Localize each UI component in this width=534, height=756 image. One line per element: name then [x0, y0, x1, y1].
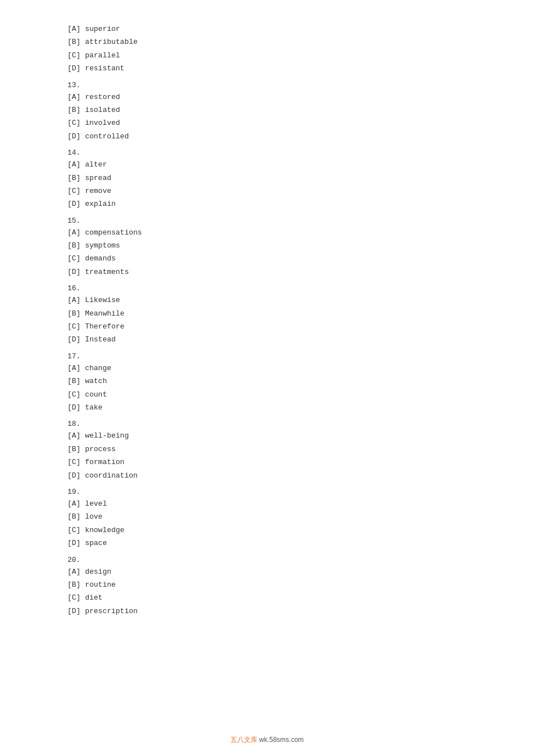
option-19-A: [A] level — [67, 497, 467, 510]
question-number-16: 16. — [67, 284, 467, 292]
option-17-C: [C] count — [67, 388, 467, 401]
option-top-A: [A] superior — [67, 22, 467, 35]
option-18-C: [C] formation — [67, 456, 467, 469]
question-number-14: 14. — [67, 148, 467, 157]
option-19-B: [B] love — [67, 510, 467, 523]
option-top-B: [B] attributable — [67, 35, 467, 48]
option-18-D: [D] coordination — [67, 469, 467, 482]
main-content: [A] superior[B] attributable[C] parallel… — [0, 0, 534, 651]
option-20-D: [D] prescription — [67, 605, 467, 618]
option-19-D: [D] space — [67, 537, 467, 550]
option-17-B: [B] watch — [67, 375, 467, 388]
option-15-B: [B] symptoms — [67, 239, 467, 252]
option-13-D: [D] controlled — [67, 130, 467, 143]
option-20-B: [B] routine — [67, 578, 467, 591]
option-20-A: [A] design — [67, 565, 467, 578]
option-13-C: [C] involved — [67, 116, 467, 129]
question-number-19: 19. — [67, 488, 467, 496]
option-13-A: [A] restored — [67, 91, 467, 104]
option-14-A: [A] alter — [67, 158, 467, 171]
option-19-C: [C] knowledge — [67, 524, 467, 537]
question-number-17: 17. — [67, 352, 467, 361]
option-15-A: [A] compensations — [67, 226, 467, 239]
option-16-D: [D] Instead — [67, 333, 467, 346]
footer-brand: 五八文库 — [230, 736, 257, 744]
option-15-D: [D] treatments — [67, 266, 467, 278]
option-15-C: [C] demands — [67, 252, 467, 265]
option-17-A: [A] change — [67, 362, 467, 375]
question-number-20: 20. — [67, 556, 467, 564]
option-13-B: [B] isolated — [67, 104, 467, 116]
footer-url: wk.58sms.com — [259, 736, 304, 744]
question-number-18: 18. — [67, 420, 467, 428]
option-17-D: [D] take — [67, 401, 467, 414]
footer: 五八文库 wk.58sms.com — [0, 735, 534, 745]
option-top-C: [C] parallel — [67, 49, 467, 62]
option-14-C: [C] remove — [67, 184, 467, 197]
option-18-B: [B] process — [67, 443, 467, 456]
option-18-A: [A] well-being — [67, 429, 467, 442]
option-14-D: [D] explain — [67, 197, 467, 210]
option-20-C: [C] diet — [67, 591, 467, 604]
question-number-13: 13. — [67, 81, 467, 89]
option-top-D: [D] resistant — [67, 62, 467, 75]
question-number-15: 15. — [67, 217, 467, 225]
option-16-B: [B] Meanwhile — [67, 307, 467, 320]
option-16-A: [A] Likewise — [67, 294, 467, 307]
option-14-B: [B] spread — [67, 172, 467, 184]
option-16-C: [C] Therefore — [67, 320, 467, 333]
